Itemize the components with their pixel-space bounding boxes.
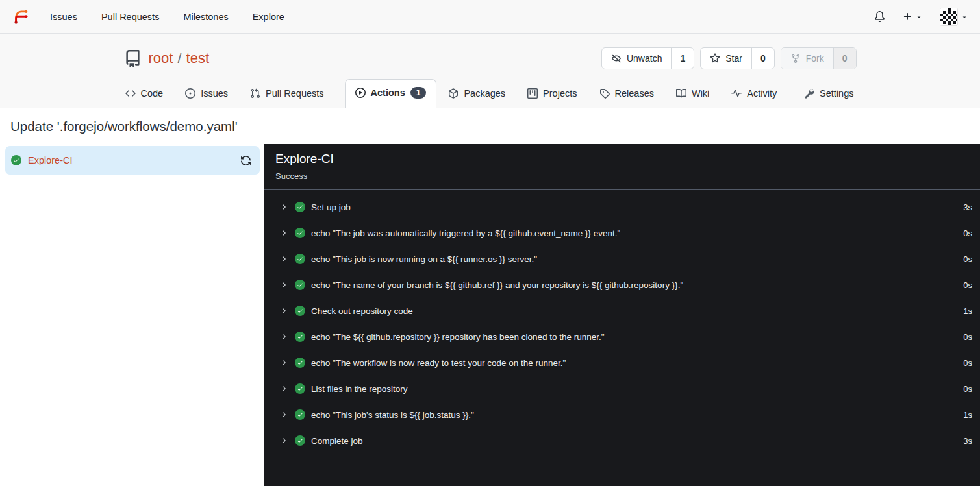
success-check-icon [295,435,305,446]
rerun-job-button[interactable] [240,155,251,166]
plus-icon [903,12,912,21]
success-check-icon [11,155,21,165]
step-name: echo "The name of your branch is ${{ git… [311,280,683,290]
tab-actions[interactable]: Actions 1 [345,79,437,108]
step-name: echo "The ${{ github.repository }} repos… [311,332,605,342]
chevron-right-icon [280,333,288,341]
fork-count: 0 [833,48,856,69]
step-row[interactable]: echo "The name of your branch is ${{ git… [264,272,980,298]
repo-breadcrumb: root / test [149,50,210,67]
job-status-text: Success [275,171,969,181]
step-name: echo "The job was automatically triggere… [311,228,620,238]
job-list-item-explore-ci[interactable]: Explore-CI [5,146,260,175]
navbar-item-issues[interactable]: Issues [50,12,77,22]
bell-icon [874,11,885,22]
step-name: List files in the repository [311,384,408,394]
fork-button: Fork 0 [781,47,857,69]
chevron-right-icon [280,255,288,263]
tab-pull-requests[interactable]: Pull Requests [249,81,325,108]
chevron-right-icon [280,281,288,289]
step-duration: 0s [955,280,972,290]
unwatch-button[interactable]: Unwatch 1 [601,47,694,69]
tab-projects[interactable]: Projects [526,81,578,108]
step-duration: 0s [955,358,972,368]
chevron-right-icon [280,307,288,315]
repo-icon [124,50,142,67]
step-duration: 3s [955,202,972,212]
step-row[interactable]: echo "The workflow is now ready to test … [264,350,980,376]
repo-name-link[interactable]: test [186,50,209,67]
step-row[interactable]: Set up job 3s [264,194,980,220]
success-check-icon [295,332,305,342]
step-name: Check out repository code [311,306,413,316]
repo-action-buttons: Unwatch 1 Star 0 [601,47,857,69]
navbar-right [874,8,968,26]
tab-code[interactable]: Code [124,81,165,108]
success-check-icon [295,306,305,316]
step-duration: 0s [955,384,972,394]
step-name: echo "This job's status is ${{ job.statu… [311,410,474,420]
step-row[interactable]: echo "The job was automatically triggere… [264,220,980,246]
tab-wiki[interactable]: Wiki [675,81,710,108]
success-check-icon [295,358,305,368]
step-duration: 1s [955,306,972,316]
step-row[interactable]: Check out repository code 1s [264,298,980,324]
chevron-right-icon [280,437,288,444]
step-duration: 0s [955,228,972,238]
step-row[interactable]: echo "This job is now running on a ${{ r… [264,246,980,272]
jobs-sidebar: Explore-CI [0,144,264,486]
step-duration: 1s [955,410,972,420]
chevron-right-icon [280,203,288,211]
tab-settings[interactable]: Settings [803,81,855,108]
caret-down-icon [961,14,968,20]
success-check-icon [295,202,305,212]
star-count[interactable]: 0 [751,48,774,69]
step-name: echo "The workflow is now ready to test … [311,358,566,368]
navbar-item-milestones[interactable]: Milestones [183,12,228,22]
repo-separator: / [177,50,181,67]
job-detail-panel: Explore-CI Success Set up job 3s echo "T… [264,144,980,486]
forgejo-logo-icon[interactable] [12,8,30,25]
step-row[interactable]: Complete job 3s [264,428,980,454]
repo-header: root / test Unwatch 1 [0,34,980,108]
create-new-button[interactable] [903,12,922,21]
tab-activity[interactable]: Activity [730,81,778,108]
actions-count-badge: 1 [410,87,427,99]
navbar-item-pull-requests[interactable]: Pull Requests [101,12,159,22]
chevron-right-icon [280,385,288,393]
job-name: Explore-CI [28,155,234,165]
step-row[interactable]: List files in the repository 0s [264,376,980,402]
step-name: Complete job [311,436,363,446]
step-row[interactable]: echo "This job's status is ${{ job.statu… [264,402,980,428]
watch-count[interactable]: 1 [671,48,694,69]
top-navbar: Issues Pull Requests Milestones Explore [0,0,980,34]
tab-releases[interactable]: Releases [598,81,655,108]
caret-down-icon [916,14,922,20]
step-row[interactable]: echo "The ${{ github.repository }} repos… [264,324,980,350]
chevron-right-icon [280,229,288,237]
job-detail-header: Explore-CI Success [264,144,980,190]
steps-list: Set up job 3s echo "The job was automati… [264,190,980,454]
step-duration: 3s [955,436,972,446]
success-check-icon [295,409,305,420]
success-check-icon [295,228,305,238]
star-button[interactable]: Star 0 [700,47,774,69]
sync-icon [240,155,251,166]
repo-tabs: Code Issues Pull Requests Actions 1 Pack… [124,79,857,108]
user-menu-button[interactable] [940,8,968,26]
tab-issues[interactable]: Issues [184,81,229,108]
navbar-item-explore[interactable]: Explore [253,12,284,22]
chevron-right-icon [280,359,288,367]
run-title: Update '.forgejo/workflows/demo.yaml' [10,119,970,134]
repo-owner-link[interactable]: root [149,50,173,67]
success-check-icon [295,383,305,394]
fork-icon [790,53,801,64]
step-name: echo "This job is now running on a ${{ r… [311,254,537,264]
actions-run-view: Update '.forgejo/workflows/demo.yaml' Ex… [0,119,980,486]
navbar-links: Issues Pull Requests Milestones Explore [50,12,284,22]
step-duration: 0s [955,332,972,342]
notifications-button[interactable] [874,11,885,22]
step-duration: 0s [955,254,972,264]
step-name: Set up job [311,202,351,212]
tab-packages[interactable]: Packages [447,81,507,108]
